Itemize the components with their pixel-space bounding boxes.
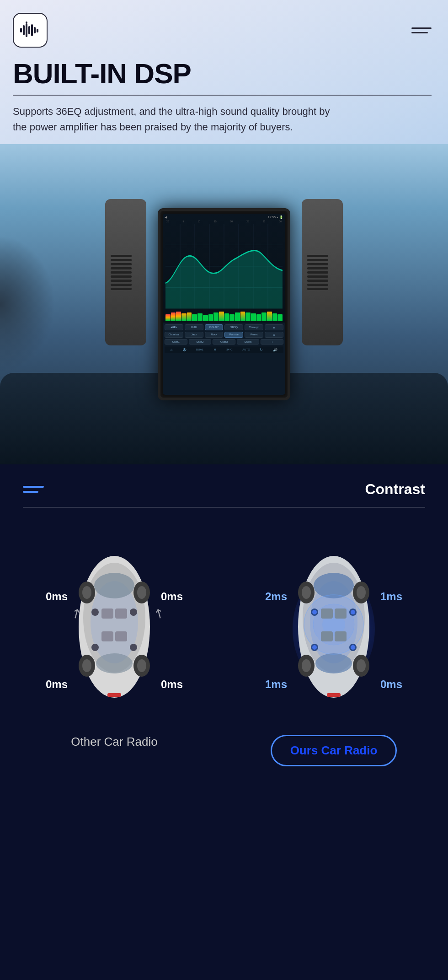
- screen-inner: ◀ 17:55 ▴ 🔋 20 5 10 15 20 25: [163, 214, 285, 395]
- svg-point-65: [312, 645, 317, 650]
- ours-label-br: 0ms: [380, 678, 402, 691]
- eq-bar: [256, 314, 261, 321]
- ours-label-bl: 1ms: [265, 678, 287, 691]
- nav-fan[interactable]: ↻: [260, 348, 263, 352]
- contrast-icon: [23, 486, 44, 493]
- eq-btn-user2[interactable]: User2: [189, 339, 212, 345]
- car-dashboard-bg: ◀ 17:55 ▴ 🔋 20 5 10 15 20 25: [0, 144, 448, 464]
- ours-car-button[interactable]: Ours Car Radio: [271, 735, 397, 766]
- eq-bar: [267, 312, 272, 321]
- bottom-divider: [23, 507, 425, 508]
- eq-curve: [165, 224, 283, 309]
- vent-slot: [111, 267, 132, 269]
- eq-buttons-row2: Classical Jazz Rock Popular Reset ⊙: [165, 332, 283, 338]
- svg-point-34: [137, 659, 146, 672]
- nav-auto[interactable]: AUTO: [242, 348, 250, 351]
- vent-slot: [111, 255, 132, 257]
- eq-btn-user3[interactable]: User3: [213, 339, 235, 345]
- svg-point-53: [302, 586, 311, 599]
- svg-point-36: [130, 608, 137, 616]
- nav-power[interactable]: ⏻: [182, 348, 186, 352]
- eq-bar: [171, 312, 176, 321]
- subtitle-text: Supports 36EQ adjustment, and the ultra-…: [13, 104, 342, 135]
- eq-bar: [251, 313, 256, 321]
- logo-icon: [19, 22, 41, 39]
- eq-bar: [235, 312, 240, 321]
- eq-btn-srs[interactable]: SRS(): [224, 324, 243, 330]
- eq-bar: [272, 313, 277, 321]
- other-car-item: ↗ ↗ 0ms 0ms 0ms 0ms Other Car Radio: [18, 535, 210, 749]
- vent-slot: [111, 271, 132, 274]
- svg-rect-4: [31, 24, 33, 36]
- svg-point-57: [302, 659, 311, 672]
- vent-slot: [111, 275, 132, 278]
- steering-wheel-area: [0, 236, 55, 373]
- other-label-tr: 0ms: [161, 590, 183, 603]
- eq-btn-uuu[interactable]: UUU: [185, 324, 203, 330]
- nav-temp[interactable]: 34°C: [226, 348, 232, 351]
- svg-point-7: [26, 22, 27, 23]
- eq-bar: [213, 312, 219, 321]
- eq-bar: [197, 313, 203, 321]
- svg-point-38: [130, 644, 137, 651]
- back-btn[interactable]: ◀: [165, 215, 167, 219]
- svg-point-22: [96, 653, 133, 673]
- svg-rect-50: [321, 631, 333, 641]
- eq-btn-through[interactable]: Through: [245, 324, 263, 330]
- bottom-section: Contrast: [0, 464, 448, 980]
- svg-rect-26: [115, 631, 127, 641]
- eq-bar: [245, 312, 251, 321]
- bottom-header: Contrast: [0, 464, 448, 507]
- contrast-label: Contrast: [365, 481, 425, 498]
- svg-rect-68: [327, 693, 341, 697]
- nav-vol[interactable]: 🔊: [273, 348, 277, 352]
- svg-point-35: [91, 608, 99, 616]
- eq-bar: [277, 314, 283, 321]
- vent-slot: [307, 275, 328, 278]
- svg-rect-5: [34, 27, 36, 33]
- svg-rect-51: [335, 631, 347, 641]
- svg-rect-23: [101, 608, 113, 619]
- eq-btn-user5[interactable]: User5: [237, 339, 260, 345]
- eq-btn-popular[interactable]: Popular: [224, 332, 243, 338]
- eq-btn-rock[interactable]: Rock: [205, 332, 224, 338]
- nav-home[interactable]: ⌂: [171, 348, 173, 352]
- nav-ac[interactable]: ❄: [213, 348, 217, 352]
- other-car-svg: [64, 544, 165, 709]
- svg-point-37: [91, 644, 99, 651]
- left-vent: [105, 199, 146, 345]
- vent-slot: [307, 288, 328, 290]
- vent-slot: [111, 288, 132, 290]
- eq-buttons-row1: ♦HEs UUU DOLBY SRS() Through ◈: [165, 324, 283, 330]
- top-section: BUILT-IN DSP Supports 36EQ adjustment, a…: [0, 0, 448, 464]
- time-display: 17:55 ▴ 🔋: [268, 215, 283, 219]
- svg-rect-6: [37, 29, 38, 32]
- screen-bezel: ◀ 17:55 ▴ 🔋 20 5 10 15 20 25: [158, 208, 290, 400]
- eq-btn-hes[interactable]: ♦HEs: [165, 324, 183, 330]
- svg-point-67: [351, 645, 355, 650]
- other-car-label: Other Car Radio: [71, 735, 157, 749]
- title-divider: [13, 95, 432, 96]
- svg-point-21: [94, 573, 134, 598]
- eq-btn-reset[interactable]: Reset: [245, 332, 263, 338]
- ours-car-svg: [283, 544, 384, 709]
- svg-point-28: [82, 586, 91, 599]
- car-dashboard-image: ◀ 17:55 ▴ 🔋 20 5 10 15 20 25: [0, 144, 448, 464]
- title-area: BUILT-IN DSP Supports 36EQ adjustment, a…: [0, 55, 448, 140]
- eq-btn-add[interactable]: +: [261, 339, 283, 345]
- eq-bar: [203, 315, 208, 321]
- eq-btn-jazz[interactable]: Jazz: [185, 332, 203, 338]
- page-title: BUILT-IN DSP: [13, 59, 432, 88]
- eq-btn-settings[interactable]: ◈: [265, 324, 283, 330]
- eq-btn-classical[interactable]: Classical: [165, 332, 183, 338]
- eq-btn-user1[interactable]: User1: [165, 339, 187, 345]
- menu-button[interactable]: [411, 27, 432, 33]
- nav-dual[interactable]: DUAL: [196, 348, 203, 351]
- svg-point-63: [351, 610, 355, 614]
- vent-slot: [111, 280, 132, 282]
- eq-btn-dolby[interactable]: DOLBY: [205, 324, 224, 330]
- svg-point-44: [315, 653, 352, 673]
- eq-bar: [224, 313, 229, 321]
- ours-car-item: 2ms 1ms 1ms 0ms Ours Car Radio: [238, 535, 430, 766]
- eq-btn-circle[interactable]: ⊙: [265, 332, 283, 338]
